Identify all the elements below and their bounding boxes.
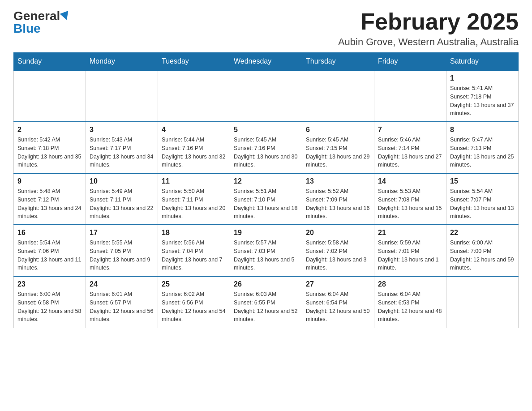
day-info: Sunrise: 5:45 AMSunset: 7:15 PMDaylight:… <box>306 136 370 169</box>
day-number: 20 <box>306 229 370 237</box>
day-info: Sunrise: 5:50 AMSunset: 7:11 PMDaylight:… <box>162 187 226 221</box>
day-number: 18 <box>162 229 226 237</box>
table-row: 13Sunrise: 5:52 AMSunset: 7:09 PMDayligh… <box>302 173 374 225</box>
table-row: 10Sunrise: 5:49 AMSunset: 7:11 PMDayligh… <box>86 173 158 225</box>
day-number: 15 <box>450 177 515 185</box>
logo-blue-text: Blue <box>13 21 41 36</box>
day-number: 11 <box>162 177 226 185</box>
logo: General Blue <box>13 9 70 36</box>
week-row-3: 9Sunrise: 5:48 AMSunset: 7:12 PMDaylight… <box>14 173 519 225</box>
day-number: 10 <box>90 177 154 185</box>
col-saturday: Saturday <box>446 53 519 71</box>
table-row: 21Sunrise: 5:59 AMSunset: 7:01 PMDayligh… <box>374 225 446 276</box>
day-info: Sunrise: 5:56 AMSunset: 7:04 PMDaylight:… <box>162 239 226 272</box>
day-info: Sunrise: 6:01 AMSunset: 6:57 PMDaylight:… <box>90 290 154 324</box>
table-row: 1Sunrise: 5:41 AMSunset: 7:18 PMDaylight… <box>446 70 519 122</box>
table-row: 28Sunrise: 6:04 AMSunset: 6:53 PMDayligh… <box>374 276 446 328</box>
table-row: 18Sunrise: 5:56 AMSunset: 7:04 PMDayligh… <box>158 225 230 276</box>
day-number: 19 <box>234 229 298 237</box>
table-row: 5Sunrise: 5:45 AMSunset: 7:16 PMDaylight… <box>230 122 302 173</box>
day-number: 28 <box>378 280 442 288</box>
table-row: 22Sunrise: 6:00 AMSunset: 7:00 PMDayligh… <box>446 225 519 276</box>
table-row: 14Sunrise: 5:53 AMSunset: 7:08 PMDayligh… <box>374 173 446 225</box>
table-row: 25Sunrise: 6:02 AMSunset: 6:56 PMDayligh… <box>158 276 230 328</box>
table-row <box>158 70 230 122</box>
day-info: Sunrise: 5:44 AMSunset: 7:16 PMDaylight:… <box>162 136 226 169</box>
day-number: 14 <box>378 177 442 185</box>
day-info: Sunrise: 5:49 AMSunset: 7:11 PMDaylight:… <box>90 187 154 221</box>
logo-triangle-icon <box>60 11 71 21</box>
day-info: Sunrise: 5:45 AMSunset: 7:16 PMDaylight:… <box>234 136 298 169</box>
table-row <box>230 70 302 122</box>
table-row: 12Sunrise: 5:51 AMSunset: 7:10 PMDayligh… <box>230 173 302 225</box>
day-number: 17 <box>90 229 154 237</box>
table-row: 2Sunrise: 5:42 AMSunset: 7:18 PMDaylight… <box>14 122 86 173</box>
table-row: 9Sunrise: 5:48 AMSunset: 7:12 PMDaylight… <box>14 173 86 225</box>
day-info: Sunrise: 5:47 AMSunset: 7:13 PMDaylight:… <box>450 136 515 169</box>
col-monday: Monday <box>86 53 158 71</box>
day-info: Sunrise: 5:54 AMSunset: 7:06 PMDaylight:… <box>17 239 82 272</box>
day-info: Sunrise: 5:48 AMSunset: 7:12 PMDaylight:… <box>17 187 82 221</box>
day-info: Sunrise: 6:04 AMSunset: 6:53 PMDaylight:… <box>378 290 442 324</box>
day-number: 6 <box>306 126 370 134</box>
day-info: Sunrise: 6:03 AMSunset: 6:55 PMDaylight:… <box>234 290 298 324</box>
col-sunday: Sunday <box>14 53 86 71</box>
calendar-table: Sunday Monday Tuesday Wednesday Thursday… <box>13 52 519 328</box>
month-title: February 2025 <box>338 9 519 34</box>
day-info: Sunrise: 5:57 AMSunset: 7:03 PMDaylight:… <box>234 239 298 272</box>
col-thursday: Thursday <box>302 53 374 71</box>
day-number: 21 <box>378 229 442 237</box>
day-info: Sunrise: 5:53 AMSunset: 7:08 PMDaylight:… <box>378 187 442 221</box>
table-row: 4Sunrise: 5:44 AMSunset: 7:16 PMDaylight… <box>158 122 230 173</box>
day-number: 9 <box>17 177 82 185</box>
day-number: 22 <box>450 229 515 237</box>
table-row: 16Sunrise: 5:54 AMSunset: 7:06 PMDayligh… <box>14 225 86 276</box>
day-number: 13 <box>306 177 370 185</box>
table-row <box>446 276 519 328</box>
day-info: Sunrise: 5:46 AMSunset: 7:14 PMDaylight:… <box>378 136 442 169</box>
day-info: Sunrise: 5:41 AMSunset: 7:18 PMDaylight:… <box>450 84 515 118</box>
day-number: 24 <box>90 280 154 288</box>
table-row: 26Sunrise: 6:03 AMSunset: 6:55 PMDayligh… <box>230 276 302 328</box>
calendar-header-row: Sunday Monday Tuesday Wednesday Thursday… <box>14 53 519 71</box>
table-row: 17Sunrise: 5:55 AMSunset: 7:05 PMDayligh… <box>86 225 158 276</box>
day-number: 7 <box>378 126 442 134</box>
day-number: 5 <box>234 126 298 134</box>
week-row-1: 1Sunrise: 5:41 AMSunset: 7:18 PMDaylight… <box>14 70 519 122</box>
day-info: Sunrise: 5:42 AMSunset: 7:18 PMDaylight:… <box>17 136 82 169</box>
day-number: 8 <box>450 126 515 134</box>
day-info: Sunrise: 5:52 AMSunset: 7:09 PMDaylight:… <box>306 187 370 221</box>
col-tuesday: Tuesday <box>158 53 230 71</box>
day-number: 4 <box>162 126 226 134</box>
table-row: 8Sunrise: 5:47 AMSunset: 7:13 PMDaylight… <box>446 122 519 173</box>
table-row: 3Sunrise: 5:43 AMSunset: 7:17 PMDaylight… <box>86 122 158 173</box>
location-title: Aubin Grove, Western Australia, Australi… <box>338 36 519 48</box>
day-number: 2 <box>17 126 82 134</box>
table-row <box>374 70 446 122</box>
day-number: 16 <box>17 229 82 237</box>
week-row-4: 16Sunrise: 5:54 AMSunset: 7:06 PMDayligh… <box>14 225 519 276</box>
day-info: Sunrise: 5:51 AMSunset: 7:10 PMDaylight:… <box>234 187 298 221</box>
table-row: 15Sunrise: 5:54 AMSunset: 7:07 PMDayligh… <box>446 173 519 225</box>
table-row: 20Sunrise: 5:58 AMSunset: 7:02 PMDayligh… <box>302 225 374 276</box>
day-number: 26 <box>234 280 298 288</box>
table-row <box>302 70 374 122</box>
table-row: 24Sunrise: 6:01 AMSunset: 6:57 PMDayligh… <box>86 276 158 328</box>
table-row: 7Sunrise: 5:46 AMSunset: 7:14 PMDaylight… <box>374 122 446 173</box>
table-row <box>86 70 158 122</box>
day-number: 3 <box>90 126 154 134</box>
week-row-5: 23Sunrise: 6:00 AMSunset: 6:58 PMDayligh… <box>14 276 519 328</box>
day-number: 1 <box>450 74 515 82</box>
day-info: Sunrise: 5:55 AMSunset: 7:05 PMDaylight:… <box>90 239 154 272</box>
title-block: February 2025 Aubin Grove, Western Austr… <box>338 9 519 48</box>
day-info: Sunrise: 6:04 AMSunset: 6:54 PMDaylight:… <box>306 290 370 324</box>
table-row: 27Sunrise: 6:04 AMSunset: 6:54 PMDayligh… <box>302 276 374 328</box>
week-row-2: 2Sunrise: 5:42 AMSunset: 7:18 PMDaylight… <box>14 122 519 173</box>
day-info: Sunrise: 5:59 AMSunset: 7:01 PMDaylight:… <box>378 239 442 272</box>
day-info: Sunrise: 6:02 AMSunset: 6:56 PMDaylight:… <box>162 290 226 324</box>
table-row: 23Sunrise: 6:00 AMSunset: 6:58 PMDayligh… <box>14 276 86 328</box>
day-number: 27 <box>306 280 370 288</box>
day-info: Sunrise: 5:58 AMSunset: 7:02 PMDaylight:… <box>306 239 370 272</box>
day-number: 25 <box>162 280 226 288</box>
day-info: Sunrise: 5:54 AMSunset: 7:07 PMDaylight:… <box>450 187 515 221</box>
